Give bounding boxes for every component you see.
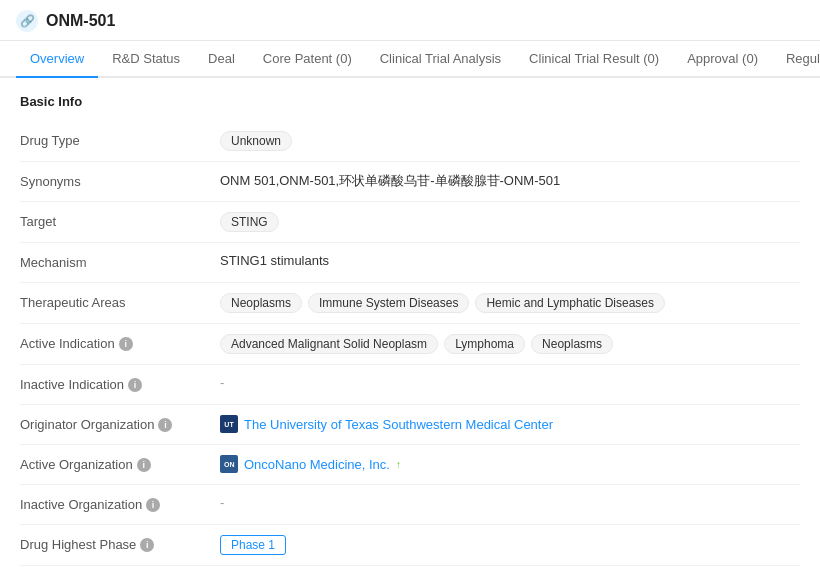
phase-badge: Phase 1 <box>220 535 286 555</box>
value-therapeutic-areas: Neoplasms Immune System Diseases Hemic a… <box>220 293 800 313</box>
value-target: STING <box>220 212 800 232</box>
mechanism-text: STING1 stimulants <box>220 253 329 268</box>
value-active-org: ON OncoNano Medicine, Inc. ↑ <box>220 455 800 473</box>
active-org-logo: ON <box>220 455 238 473</box>
tab-core-patent[interactable]: Core Patent (0) <box>249 41 366 78</box>
info-icon-active-org[interactable]: i <box>137 458 151 472</box>
drug-icon: 🔗 <box>16 10 38 32</box>
label-drug-highest-phase: Drug Highest Phase i <box>20 535 220 552</box>
active-org-item: ON OncoNano Medicine, Inc. ↑ <box>220 455 401 473</box>
main-content: Basic Info Drug Type Unknown Synonyms ON… <box>0 78 820 573</box>
page-header: 🔗 ONM-501 <box>0 0 820 41</box>
originator-org-item: UT The University of Texas Southwestern … <box>220 415 553 433</box>
tab-regulation[interactable]: Regulation (0) <box>772 41 820 78</box>
section-basic-info: Basic Info <box>20 94 800 109</box>
label-inactive-indication: Inactive Indication i <box>20 375 220 392</box>
field-row-mechanism: Mechanism STING1 stimulants <box>20 243 800 283</box>
value-inactive-indication: - <box>220 375 800 390</box>
tab-bar: Overview R&D Status Deal Core Patent (0)… <box>0 41 820 78</box>
dash-inactive-org: - <box>220 495 224 510</box>
tag-advanced-malignant[interactable]: Advanced Malignant Solid Neoplasm <box>220 334 438 354</box>
svg-text:ON: ON <box>224 461 235 468</box>
tab-deal[interactable]: Deal <box>194 41 249 78</box>
label-target: Target <box>20 212 220 229</box>
info-icon-inactive-org[interactable]: i <box>146 498 160 512</box>
label-synonyms: Synonyms <box>20 172 220 189</box>
tab-rd-status[interactable]: R&D Status <box>98 41 194 78</box>
label-originator-org: Originator Organization i <box>20 415 220 432</box>
field-row-target: Target STING <box>20 202 800 243</box>
field-row-active-indication: Active Indication i Advanced Malignant S… <box>20 324 800 365</box>
page-title: ONM-501 <box>46 12 115 30</box>
active-org-name[interactable]: OncoNano Medicine, Inc. <box>244 457 390 472</box>
tag-unknown: Unknown <box>220 131 292 151</box>
label-active-indication: Active Indication i <box>20 334 220 351</box>
synonyms-text: ONM 501,ONM-501,环状单磷酸乌苷-单磷酸腺苷-ONM-501 <box>220 172 560 190</box>
label-drug-type: Drug Type <box>20 131 220 148</box>
label-therapeutic-areas: Therapeutic Areas <box>20 293 220 310</box>
field-row-active-org: Active Organization i ON OncoNano Medici… <box>20 445 800 485</box>
value-originator-org: UT The University of Texas Southwestern … <box>220 415 800 433</box>
tab-clinical-trial-result[interactable]: Clinical Trial Result (0) <box>515 41 673 78</box>
field-row-therapeutic-areas: Therapeutic Areas Neoplasms Immune Syste… <box>20 283 800 324</box>
tag-lymphoma[interactable]: Lymphoma <box>444 334 525 354</box>
tab-approval[interactable]: Approval (0) <box>673 41 772 78</box>
field-row-drug-highest-phase: Drug Highest Phase i Phase 1 <box>20 525 800 566</box>
originator-org-name[interactable]: The University of Texas Southwestern Med… <box>244 417 553 432</box>
label-inactive-org: Inactive Organization i <box>20 495 220 512</box>
info-icon-inactive-indication[interactable]: i <box>128 378 142 392</box>
value-active-indication: Advanced Malignant Solid Neoplasm Lympho… <box>220 334 800 354</box>
info-icon-drug-highest-phase[interactable]: i <box>140 538 154 552</box>
tag-hemic-lymphatic[interactable]: Hemic and Lymphatic Diseases <box>475 293 665 313</box>
tab-clinical-trial-analysis[interactable]: Clinical Trial Analysis <box>366 41 515 78</box>
tag-immune-system-diseases[interactable]: Immune System Diseases <box>308 293 469 313</box>
value-inactive-org: - <box>220 495 800 510</box>
field-row-drug-type: Drug Type Unknown <box>20 121 800 162</box>
field-row-inactive-indication: Inactive Indication i - <box>20 365 800 405</box>
tag-sting[interactable]: STING <box>220 212 279 232</box>
dash-inactive-indication: - <box>220 375 224 390</box>
tag-neoplasms-ind[interactable]: Neoplasms <box>531 334 613 354</box>
value-mechanism: STING1 stimulants <box>220 253 800 268</box>
tab-overview[interactable]: Overview <box>16 41 98 78</box>
field-row-first-approval-date: First Approval Date(Global) - <box>20 566 800 573</box>
field-row-originator-org: Originator Organization i UT The Univers… <box>20 405 800 445</box>
info-icon-originator-org[interactable]: i <box>158 418 172 432</box>
value-drug-highest-phase: Phase 1 <box>220 535 800 555</box>
field-row-synonyms: Synonyms ONM 501,ONM-501,环状单磷酸乌苷-单磷酸腺苷-O… <box>20 162 800 202</box>
field-row-inactive-org: Inactive Organization i - <box>20 485 800 525</box>
originator-org-logo: UT <box>220 415 238 433</box>
info-icon-active-indication[interactable]: i <box>119 337 133 351</box>
tag-neoplasms[interactable]: Neoplasms <box>220 293 302 313</box>
value-drug-type: Unknown <box>220 131 800 151</box>
value-synonyms: ONM 501,ONM-501,环状单磷酸乌苷-单磷酸腺苷-ONM-501 <box>220 172 800 190</box>
label-active-org: Active Organization i <box>20 455 220 472</box>
active-org-badge: ↑ <box>396 459 401 470</box>
label-mechanism: Mechanism <box>20 253 220 270</box>
